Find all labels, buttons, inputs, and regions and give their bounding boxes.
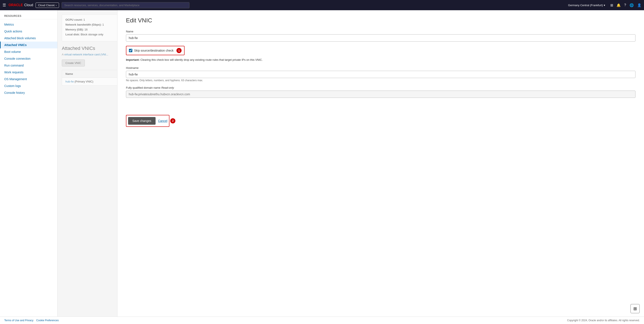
cloud-text: Cloud: [24, 3, 33, 7]
badge-1: 1: [176, 48, 182, 53]
region-selector[interactable]: Germany Central (Frankfurt) ▾: [568, 4, 605, 7]
action-area: Save changes Cancel 2: [126, 115, 636, 127]
main-layout: Resources Metrics Quick actions Attached…: [0, 10, 644, 324]
navbar-icons: ⊞ 🔔 ? 🌐 👤: [610, 3, 642, 7]
name-input[interactable]: [126, 34, 636, 42]
skip-source-dest-checkbox[interactable]: [129, 49, 132, 52]
checkbox-row: Skip source/destination check 1: [126, 46, 184, 55]
sidebar-item-attached-block-volumes[interactable]: Attached block volumes: [0, 35, 57, 42]
important-text-content: Clearing this check box will silently dr…: [140, 58, 263, 62]
edit-vnic-panel: Edit VNIC Name Skip source/destination c…: [117, 10, 644, 324]
notifications-icon[interactable]: 🔔: [616, 3, 621, 7]
checkbox-container: Skip source/destination check 1: [126, 46, 636, 55]
sidebar: Resources Metrics Quick actions Attached…: [0, 10, 58, 324]
hostname-input[interactable]: [126, 71, 636, 78]
important-notice: Important: Clearing this check box will …: [126, 58, 636, 62]
hostname-label: Hostname: [126, 66, 636, 70]
hostname-hint: No spaces. Only letters, numbers, and hy…: [126, 79, 636, 82]
cancel-button[interactable]: Cancel: [158, 119, 168, 122]
navbar: ☰ ORACLE Cloud Cloud Classic › Germany C…: [0, 0, 644, 10]
sidebar-item-metrics[interactable]: Metrics: [0, 21, 57, 28]
create-vnic-button[interactable]: Create VNIC: [62, 60, 85, 66]
primary-vnic-label: (Primary VNIC): [74, 80, 93, 83]
hostname-field-group: Hostname No spaces. Only letters, number…: [126, 66, 636, 82]
footer-right: Copyright © 2024, Oracle and/or its affi…: [567, 319, 640, 322]
sidebar-item-os-management[interactable]: OS Management: [0, 76, 57, 82]
footer: Terms of Use and Privacy Cookie Preferen…: [0, 316, 644, 324]
terms-link[interactable]: Terms of Use and Privacy: [4, 319, 34, 322]
region-label: Germany Central (Frankfurt): [568, 4, 603, 7]
sidebar-item-custom-logs[interactable]: Custom logs: [0, 82, 57, 89]
language-icon[interactable]: 🌐: [630, 3, 634, 7]
sidebar-item-work-requests[interactable]: Work requests: [0, 69, 57, 76]
help-widget-icon: ⊞: [633, 306, 637, 311]
sidebar-item-console-history[interactable]: Console history: [0, 89, 57, 96]
search-input[interactable]: [62, 2, 190, 8]
checkbox-label: Skip source/destination check: [134, 49, 174, 52]
badge-2: 2: [170, 118, 176, 124]
sidebar-item-console-connection[interactable]: Console connection: [0, 55, 57, 62]
sidebar-section-title: Resources: [0, 14, 57, 20]
vnic-link[interactable]: virtual network interface card (VNI...: [64, 53, 108, 56]
oracle-text: ORACLE: [8, 3, 23, 7]
hub-fw-link[interactable]: hub-fw: [66, 80, 74, 83]
sidebar-item-run-command[interactable]: Run command: [0, 62, 57, 69]
help-widget[interactable]: ⊞: [630, 304, 640, 313]
fqdn-field-group: Fully qualified domain name Read-only: [126, 86, 636, 98]
oracle-logo: ORACLE Cloud: [8, 3, 33, 7]
user-icon[interactable]: 👤: [637, 3, 642, 7]
action-row: Save changes Cancel: [126, 115, 170, 127]
name-field-group: Name: [126, 30, 636, 42]
chevron-down-icon: ▾: [604, 4, 605, 7]
fqdn-label: Fully qualified domain name: [126, 86, 160, 89]
cloud-classic-button[interactable]: Cloud Classic ›: [36, 2, 59, 8]
sidebar-item-quick-actions[interactable]: Quick actions: [0, 28, 57, 35]
name-label: Name: [126, 30, 636, 33]
footer-left: Terms of Use and Privacy Cookie Preferen…: [4, 319, 58, 322]
important-label: Important:: [126, 58, 140, 62]
hamburger-icon[interactable]: ☰: [2, 3, 6, 8]
modal-title: Edit VNIC: [126, 17, 636, 24]
fqdn-input: [126, 90, 636, 98]
help-icon[interactable]: ?: [624, 3, 626, 7]
console-icon[interactable]: ⊞: [610, 3, 613, 7]
sidebar-item-attached-vnics[interactable]: Attached VNICs: [0, 42, 57, 48]
cookie-link[interactable]: Cookie Preferences: [36, 319, 58, 322]
fqdn-label-row: Fully qualified domain name Read-only: [126, 86, 636, 89]
save-changes-button[interactable]: Save changes: [128, 117, 156, 125]
sidebar-item-boot-volume[interactable]: Boot volume: [0, 48, 57, 55]
fqdn-readonly-label: Read-only: [161, 86, 174, 89]
